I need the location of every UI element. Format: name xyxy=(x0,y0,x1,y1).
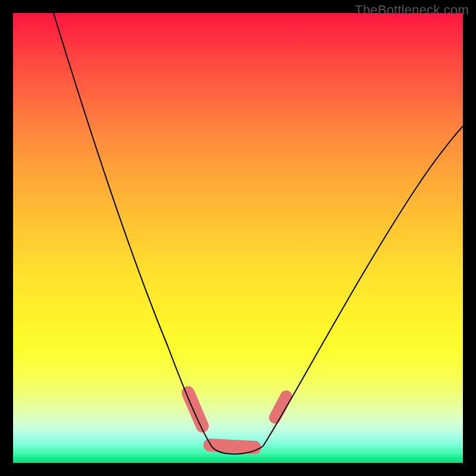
highlight-right-ascent xyxy=(275,396,286,418)
left-curve xyxy=(54,13,212,447)
right-curve xyxy=(263,126,463,446)
highlight-trough xyxy=(210,445,255,447)
watermark-text: TheBottleneck.com xyxy=(355,2,469,18)
chart-plot-area xyxy=(13,13,463,463)
highlight-left-descent xyxy=(188,393,202,426)
chart-svg xyxy=(13,13,463,463)
